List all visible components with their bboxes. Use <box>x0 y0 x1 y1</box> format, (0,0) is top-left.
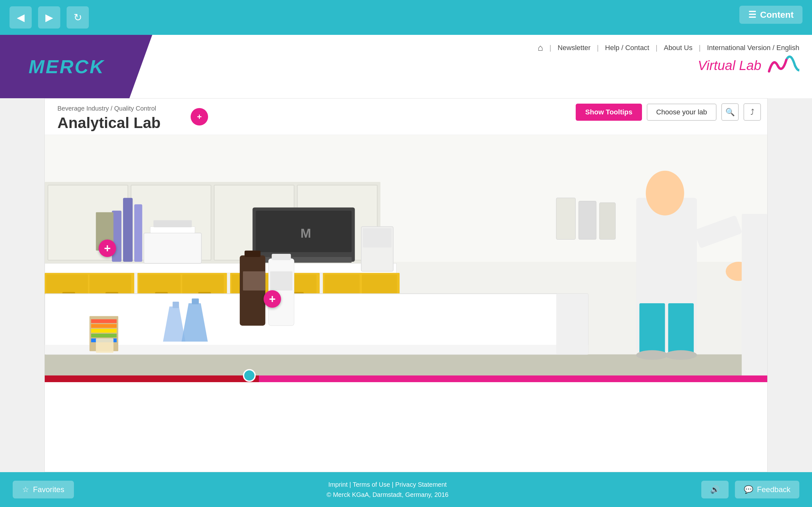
plus-icon-1: + <box>104 242 111 255</box>
svg-rect-80 <box>91 320 117 323</box>
svg-text:M: M <box>300 226 311 240</box>
svg-rect-56 <box>600 203 615 239</box>
svg-rect-70 <box>172 302 179 308</box>
lab-scene-svg: M <box>45 135 767 382</box>
nav-help-contact[interactable]: Help / Contact <box>605 44 649 52</box>
favorites-icon: ☆ <box>22 485 29 494</box>
svg-rect-74 <box>245 250 260 257</box>
svg-rect-75 <box>243 271 265 290</box>
footer-right: 🔊 💬 Feedback <box>701 481 799 498</box>
svg-rect-54 <box>556 198 575 239</box>
nav-separator-2: | <box>597 44 599 52</box>
choose-lab-button[interactable]: Choose your lab <box>647 104 716 121</box>
share-icon: ⤴ <box>751 108 754 117</box>
virtual-lab-brand: Virtual Lab <box>165 56 799 75</box>
svg-point-88 <box>244 370 255 381</box>
nav-about-us[interactable]: About Us <box>664 44 693 52</box>
svg-rect-82 <box>91 329 117 333</box>
svg-rect-43 <box>134 205 142 262</box>
feedback-label: Feedback <box>757 485 791 494</box>
merck-logo: MERCK <box>29 56 105 78</box>
search-button[interactable]: 🔍 <box>721 103 739 121</box>
svg-rect-8 <box>45 263 397 273</box>
sound-button[interactable]: 🔊 <box>701 481 728 498</box>
plus-icon-2: + <box>269 292 275 306</box>
site-header: MERCK ⌂ | Newsletter | Help / Contact | … <box>0 35 812 98</box>
svg-rect-67 <box>45 345 589 354</box>
browser-bar: ◀ ▶ ↻ ☰ Content <box>0 0 812 35</box>
info-icon: + <box>197 112 202 122</box>
svg-rect-42 <box>123 198 133 262</box>
svg-rect-81 <box>91 324 117 328</box>
content-label: Content <box>760 10 794 20</box>
lab-scene: M <box>45 135 767 382</box>
svg-point-58 <box>646 171 684 216</box>
svg-rect-60 <box>668 303 694 354</box>
tooltip-button-2[interactable]: + <box>264 290 281 308</box>
privacy-link[interactable]: Privacy Statement <box>395 481 447 488</box>
vl-logo <box>768 56 799 75</box>
footer-center: Imprint | Terms of Use | Privacy Stateme… <box>326 480 449 500</box>
svg-rect-83 <box>91 334 117 337</box>
main-container: MERCK ⌂ | Newsletter | Help / Contact | … <box>0 35 812 472</box>
svg-rect-85 <box>96 338 113 353</box>
favorites-label: Favorites <box>33 485 64 494</box>
top-nav: ⌂ | Newsletter | Help / Contact | About … <box>165 43 799 53</box>
feedback-button[interactable]: 💬 Feedback <box>735 481 799 498</box>
nav-separator-3: | <box>656 44 658 52</box>
share-button[interactable]: ⤴ <box>744 103 761 121</box>
nav-newsletter[interactable]: Newsletter <box>558 44 591 52</box>
search-icon: 🔍 <box>725 108 735 117</box>
lab-toolbar: Show Tooltips Choose your lab 🔍 ⤴ <box>576 103 761 121</box>
forward-button[interactable]: ▶ <box>38 6 60 29</box>
svg-rect-47 <box>154 220 192 227</box>
footer-sep-2: | <box>392 481 395 488</box>
nav-separator-1: | <box>549 44 551 52</box>
svg-rect-55 <box>578 201 596 239</box>
nav-area: ⌂ | Newsletter | Help / Contact | About … <box>152 35 812 98</box>
nav-separator-4: | <box>699 44 701 52</box>
imprint-link[interactable]: Imprint <box>328 481 348 488</box>
virtual-lab-text: Virtual Lab <box>698 58 761 73</box>
refresh-button[interactable]: ↻ <box>67 6 89 29</box>
svg-rect-77 <box>272 254 291 260</box>
home-icon[interactable]: ⌂ <box>538 43 543 53</box>
info-circle-button[interactable]: + <box>191 108 208 125</box>
copyright-text: © Merck KGaA, Darmstadt, Germany, 2016 <box>326 490 449 500</box>
sound-icon: 🔊 <box>710 485 720 494</box>
svg-rect-68 <box>556 294 589 354</box>
svg-rect-78 <box>270 271 293 290</box>
feedback-icon: 💬 <box>744 485 753 494</box>
svg-point-61 <box>636 350 668 360</box>
show-tooltips-button[interactable]: Show Tooltips <box>576 104 642 121</box>
footer: ☆ Favorites Imprint | Terms of Use | Pri… <box>0 472 812 507</box>
svg-rect-87 <box>45 376 259 382</box>
svg-rect-73 <box>240 256 265 326</box>
footer-links: Imprint | Terms of Use | Privacy Stateme… <box>326 480 449 490</box>
footer-left: ☆ Favorites <box>13 481 74 498</box>
svg-point-62 <box>665 350 697 360</box>
lab-viewer: Beverage Industry / Quality Control Anal… <box>44 98 768 472</box>
terms-link[interactable]: Terms of Use <box>353 481 390 488</box>
back-button[interactable]: ◀ <box>9 6 32 29</box>
footer-sep-1: | <box>350 481 353 488</box>
svg-rect-65 <box>742 214 767 382</box>
svg-rect-45 <box>144 233 201 263</box>
logo-area: MERCK <box>0 35 152 98</box>
nav-international-version[interactable]: International Version / English <box>707 44 799 52</box>
content-button[interactable]: ☰ Content <box>740 6 803 24</box>
svg-rect-46 <box>150 227 195 233</box>
svg-rect-53 <box>363 228 392 247</box>
favorites-button[interactable]: ☆ Favorites <box>13 481 74 498</box>
tooltip-button-1[interactable]: + <box>99 239 116 257</box>
content-icon: ☰ <box>748 9 756 20</box>
svg-rect-59 <box>640 303 665 354</box>
lab-header: Beverage Industry / Quality Control Anal… <box>45 99 767 135</box>
svg-rect-72 <box>192 298 199 304</box>
